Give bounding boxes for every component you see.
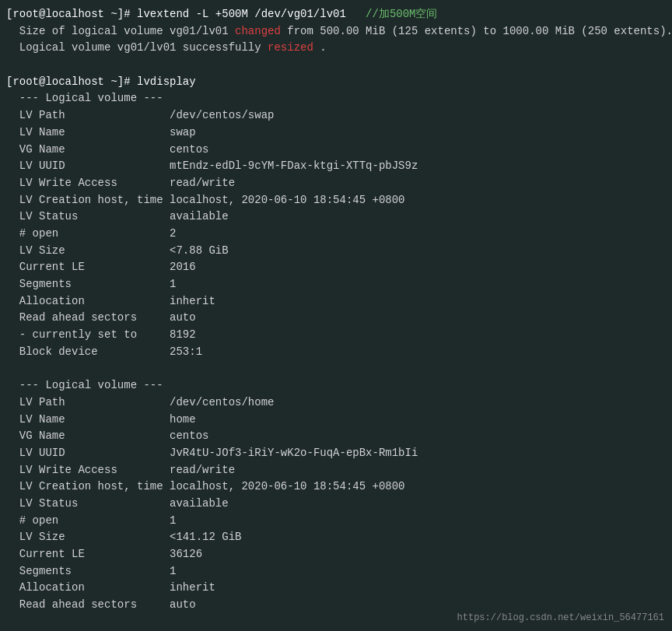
read-ahead1-value: auto (170, 311, 196, 324)
read-ahead1-line: Read ahead sectors auto (3, 310, 669, 327)
vg-name2-line: VG Name centos (3, 428, 669, 445)
block-device1-label: Block device (6, 345, 170, 358)
lv-path2-label: LV Path (6, 396, 170, 408)
lv-creation2-value: localhost, 2020-06-10 18:54:45 +0800 (170, 480, 404, 493)
lv-status2-line: LV Status available (3, 496, 669, 513)
segments1-value: 1 (170, 278, 176, 290)
lv-creation1-line: LV Creation host, time localhost, 2020-0… (3, 192, 669, 209)
lv-write1-value: read/write (170, 177, 235, 189)
lv-uuid1-label: LV UUID (6, 160, 170, 172)
lv-header-1: --- Logical volume --- (6, 92, 163, 104)
lv-creation2-label: LV Creation host, time (6, 480, 170, 493)
lv-size1-line: LV Size <7.88 GiB (3, 243, 669, 260)
current-le2-label: Current LE (6, 548, 170, 560)
lv-section2-header: --- Logical volume --- (3, 377, 669, 394)
allocation2-value: inherit (170, 581, 215, 594)
lv-creation1-label: LV Creation host, time (6, 194, 170, 206)
allocation1-value: inherit (170, 295, 215, 307)
lv-name1-label: LV Name (6, 126, 170, 138)
lv-status1-label: LV Status (6, 210, 170, 223)
lv-open1-value: 2 (170, 227, 176, 240)
segments1-label: Segments (6, 278, 170, 290)
lvextend-comment: //加500M空间 (346, 8, 438, 20)
current-le1-value: 2016 (170, 261, 196, 273)
lv-header-2: --- Logical volume --- (6, 379, 163, 391)
lv-status1-line: LV Status available (3, 209, 669, 226)
lv-size1-value: <7.88 GiB (170, 244, 229, 257)
lv-uuid2-label: LV UUID (6, 447, 170, 459)
lv-status2-value: available (170, 497, 229, 510)
lv-creation1-value: localhost, 2020-06-10 18:54:45 +0800 (170, 194, 404, 206)
prompt-2: [root@localhost ~]# (6, 75, 137, 88)
vg-name2-label: VG Name (6, 429, 170, 442)
lv-creation2-line: LV Creation host, time localhost, 2020-0… (3, 479, 669, 496)
segments1-line: Segments 1 (3, 276, 669, 293)
watermark: https://blog.csdn.net/weixin_56477161 (457, 612, 664, 623)
lvdisplay-cmd: lvdisplay (137, 75, 196, 88)
terminal: [root@localhost ~]# lvextend -L +500M /d… (0, 0, 672, 631)
lv-size2-line: LV Size <141.12 GiB (3, 529, 669, 546)
resized-text-2: . (313, 41, 327, 54)
allocation2-line: Allocation inherit (3, 580, 669, 597)
segments2-value: 1 (170, 565, 176, 577)
current-le2-value: 36126 (170, 548, 202, 560)
read-ahead2-line: Read ahead sectors auto (3, 597, 669, 614)
lv-write2-line: LV Write Access read/write (3, 462, 669, 479)
lv-path1-value: /dev/centos/swap (170, 109, 274, 121)
current-le1-label: Current LE (6, 261, 170, 273)
read-ahead2-label: Read ahead sectors (6, 598, 170, 611)
lv-section1-header: --- Logical volume --- (3, 90, 669, 107)
lv-open2-value: 1 (170, 514, 176, 527)
lv-path2-line: LV Path /dev/centos/home (3, 394, 669, 412)
lv-path1-label: LV Path (6, 109, 170, 121)
block-device1-value: 253:1 (170, 345, 202, 358)
output-size-line: Size of logical volume vg01/lv01 changed… (3, 23, 669, 40)
lv-size1-label: LV Size (6, 244, 170, 257)
lv-write2-value: read/write (170, 464, 235, 476)
prompt-1: [root@localhost ~]# (6, 8, 137, 20)
vg-name2-value: centos (170, 429, 208, 442)
blank-line-2 (3, 360, 669, 377)
vg-name1-line: VG Name centos (3, 142, 669, 159)
lv-path2-value: /dev/centos/home (170, 396, 274, 408)
lv-size2-label: LV Size (6, 531, 170, 543)
lv-status1-value: available (170, 210, 229, 223)
lv-write2-label: LV Write Access (6, 464, 170, 476)
size-text-1: Size of logical volume vg01/lv01 (6, 25, 235, 37)
lv-name2-value: home (170, 413, 196, 426)
lv-open1-line: # open 2 (3, 226, 669, 243)
currently-set1-line: - currently set to 8192 (3, 327, 669, 344)
allocation1-label: Allocation (6, 295, 170, 307)
segments2-label: Segments (6, 565, 170, 577)
lv-uuid1-value: mtEndz-edDl-9cYM-FDax-ktgi-XTTq-pbJS9z (170, 160, 418, 172)
vg-name1-value: centos (170, 143, 208, 156)
output-resized-line: Logical volume vg01/lv01 successfully re… (3, 40, 669, 57)
lv-uuid2-value: JvR4tU-JOf3-iRiY-wK2o-FuqA-epBx-Rm1bIi (170, 447, 418, 459)
resized-keyword: resized (268, 41, 313, 54)
lvextend-cmd: lvextend -L +500M /dev/vg01/lv01 (137, 8, 346, 20)
lv-status2-label: LV Status (6, 497, 170, 510)
current-le1-line: Current LE 2016 (3, 259, 669, 276)
lv-open2-label: # open (6, 514, 170, 527)
size-text-2: from 500.00 MiB (125 extents) to 1000.00… (281, 25, 672, 37)
lv-write1-line: LV Write Access read/write (3, 175, 669, 192)
lv-write1-label: LV Write Access (6, 177, 170, 189)
lv-uuid2-line: LV UUID JvR4tU-JOf3-iRiY-wK2o-FuqA-epBx-… (3, 445, 669, 462)
read-ahead1-label: Read ahead sectors (6, 311, 170, 324)
block-device1-line: Block device 253:1 (3, 344, 669, 361)
lv-size2-value: <141.12 GiB (170, 531, 241, 543)
lv-name2-label: LV Name (6, 413, 170, 426)
cmd-lvdisplay-line: [root@localhost ~]# lvdisplay (3, 74, 669, 91)
read-ahead2-value: auto (170, 598, 196, 611)
vg-name1-label: VG Name (6, 143, 170, 156)
changed-keyword: changed (235, 25, 281, 37)
currently-set1-value: 8192 (170, 328, 196, 341)
currently-set1-label: - currently set to (6, 328, 170, 341)
lv-name1-value: swap (170, 126, 196, 138)
lv-open1-label: # open (6, 227, 170, 240)
lv-path1-line: LV Path /dev/centos/swap (3, 107, 669, 124)
resized-text-1: Logical volume vg01/lv01 successfully (6, 41, 268, 54)
blank-line-1 (3, 57, 669, 74)
cmd-lvextend-line: [root@localhost ~]# lvextend -L +500M /d… (3, 6, 669, 23)
lv-open2-line: # open 1 (3, 513, 669, 530)
